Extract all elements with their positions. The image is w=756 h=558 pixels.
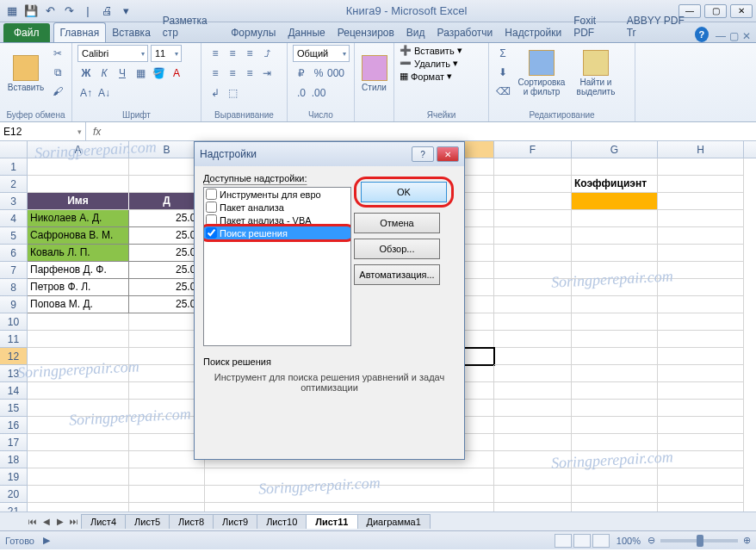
insert-cells-button[interactable]: ➕Вставить ▾ (400, 45, 462, 56)
sheet-nav-first[interactable]: ⏮ (26, 515, 40, 529)
cut-icon[interactable]: ✂ (49, 45, 66, 62)
fill-color-icon[interactable]: 🪣 (150, 65, 167, 82)
font-name-combo[interactable]: Calibri (77, 45, 148, 62)
close-subwin-icon[interactable]: ✕ (742, 30, 751, 42)
cell[interactable]: Коваль Л. П. (28, 245, 129, 262)
row-header[interactable]: 12 (0, 348, 28, 365)
cell[interactable] (658, 348, 744, 365)
addins-listbox[interactable]: Инструменты для евроПакет анализаПакет а… (203, 187, 351, 346)
cell[interactable] (658, 468, 744, 486)
cell[interactable] (28, 434, 129, 451)
zoom-level[interactable]: 100% (617, 536, 641, 546)
print-icon[interactable]: 🖨 (98, 3, 115, 20)
cell[interactable]: Парфенов Д. Ф. (28, 262, 129, 279)
cell[interactable] (28, 451, 129, 468)
cell[interactable] (494, 434, 572, 451)
align-bot-icon[interactable]: ≡ (241, 45, 258, 62)
cell[interactable] (494, 468, 572, 486)
automation-button[interactable]: Автоматизация... (354, 264, 440, 285)
row-header[interactable]: 16 (0, 417, 28, 434)
cell[interactable]: Имя (28, 193, 129, 210)
cell[interactable] (129, 468, 205, 486)
sheet-tab[interactable]: Диаграмма1 (357, 514, 431, 529)
tab-formulas[interactable]: Формулы (225, 23, 282, 42)
align-right-icon[interactable]: ≡ (241, 65, 258, 82)
fx-icon[interactable]: fx (86, 126, 108, 138)
cell[interactable] (494, 158, 572, 176)
cell[interactable] (572, 210, 658, 227)
help-icon[interactable]: ? (695, 27, 709, 42)
cell[interactable] (28, 486, 129, 503)
grow-font-icon[interactable]: A↑ (77, 84, 95, 102)
cell[interactable] (494, 227, 572, 245)
cell[interactable]: Петров Ф. Л. (28, 279, 129, 296)
cell[interactable] (572, 486, 658, 503)
autosum-icon[interactable]: Σ (494, 45, 511, 62)
bold-icon[interactable]: Ж (77, 65, 95, 82)
cell[interactable] (658, 158, 744, 176)
cell[interactable] (572, 262, 658, 279)
cell[interactable] (658, 503, 744, 512)
cell[interactable] (572, 400, 658, 417)
row-header[interactable]: 3 (0, 193, 28, 210)
wrap-text-icon[interactable]: ↲ (207, 84, 224, 102)
cell[interactable] (572, 468, 658, 486)
cell[interactable] (494, 193, 572, 210)
cell[interactable] (28, 331, 129, 348)
cell[interactable] (572, 451, 658, 468)
page-break-view-button[interactable] (592, 534, 610, 548)
cell[interactable] (572, 382, 658, 400)
row-header[interactable]: 20 (0, 486, 28, 503)
addin-item[interactable]: Пакет анализа (204, 201, 350, 214)
sheet-nav-last[interactable]: ⏭ (67, 515, 81, 529)
row-header[interactable]: 7 (0, 262, 28, 279)
sheet-tab[interactable]: Лист5 (125, 514, 170, 529)
tab-layout[interactable]: Разметка стр (157, 11, 225, 42)
cell[interactable] (658, 279, 744, 296)
clear-icon[interactable]: ⌫ (494, 83, 511, 100)
cell[interactable] (658, 227, 744, 245)
cell[interactable] (28, 468, 129, 486)
cell[interactable] (494, 382, 572, 400)
page-layout-view-button[interactable] (573, 534, 591, 548)
orientation-icon[interactable]: ⭜ (258, 45, 276, 62)
indent-icon[interactable]: ⇥ (258, 65, 276, 82)
cell[interactable] (572, 434, 658, 451)
cell[interactable] (494, 400, 572, 417)
row-header[interactable]: 21 (0, 503, 28, 512)
cell[interactable] (494, 348, 572, 365)
tab-insert[interactable]: Вставка (106, 23, 157, 42)
row-header[interactable]: 8 (0, 279, 28, 296)
sheet-nav-next[interactable]: ▶ (53, 515, 67, 529)
zoom-slider[interactable] (660, 539, 738, 542)
browse-button[interactable]: Обзор... (354, 239, 440, 259)
delete-cells-button[interactable]: ➖Удалить ▾ (400, 58, 458, 69)
row-header[interactable]: 2 (0, 176, 28, 193)
cell[interactable] (572, 279, 658, 296)
number-format-combo[interactable]: Общий (293, 45, 350, 62)
col-header-h[interactable]: H (658, 141, 744, 158)
cell[interactable] (28, 503, 129, 512)
sort-filter-button[interactable]: Сортировка и фильтр (514, 45, 569, 102)
col-header-g[interactable]: G (572, 141, 658, 158)
cell[interactable] (28, 348, 129, 365)
cell[interactable] (28, 417, 129, 434)
cell[interactable] (658, 382, 744, 400)
sheet-tab[interactable]: Лист10 (257, 514, 307, 529)
file-tab[interactable]: Файл (3, 23, 50, 42)
copy-icon[interactable]: ⧉ (49, 64, 66, 81)
format-cells-button[interactable]: ▦Формат ▾ (400, 71, 452, 82)
cell[interactable] (572, 245, 658, 262)
cell[interactable] (494, 331, 572, 348)
align-center-icon[interactable]: ≡ (224, 65, 241, 82)
zoom-in-button[interactable]: ⊕ (743, 535, 751, 546)
cell[interactable] (572, 296, 658, 313)
cell[interactable] (572, 313, 658, 331)
cell[interactable] (572, 503, 658, 512)
comma-icon[interactable]: 000 (327, 65, 344, 82)
cell[interactable] (658, 210, 744, 227)
row-header[interactable]: 18 (0, 451, 28, 468)
qat-dropdown-icon[interactable]: ▾ (117, 3, 134, 20)
macro-icon[interactable]: ▶ (43, 535, 50, 546)
cell[interactable] (205, 486, 494, 503)
